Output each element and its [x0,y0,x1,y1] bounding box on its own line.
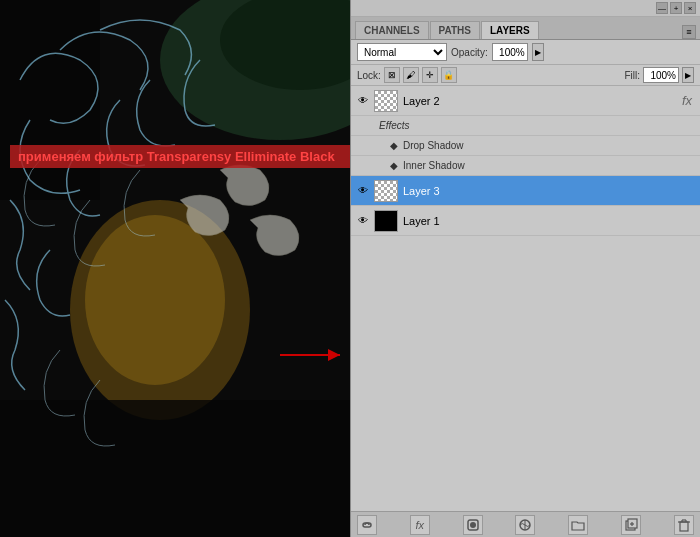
tab-channels[interactable]: CHANNELS [355,21,429,39]
add-mask-btn[interactable] [463,515,483,535]
svg-rect-6 [0,400,350,537]
canvas-decorations [0,0,350,537]
svg-rect-15 [680,522,688,531]
effects-group-layer2: Effects ◆ Drop Shadow ◆ Inner Shadow [351,116,700,176]
table-row[interactable]: 👁 Layer 1 [351,206,700,236]
layers-panel: CHANNELS PATHS LAYERS ≡ Normal Multiply … [351,17,700,537]
svg-rect-5 [0,0,100,200]
layer-name-layer1: Layer 1 [403,215,696,227]
lock-label: Lock: [357,70,381,81]
fill-input[interactable] [643,67,679,83]
layer-name-layer3: Layer 3 [403,185,696,197]
opacity-label: Opacity: [451,47,488,58]
trash-icon [677,518,691,532]
panels-area: — + × CHANNELS PATHS LAYERS ≡ Normal Mul… [350,0,700,537]
list-item[interactable]: ◆ Drop Shadow [351,136,700,156]
table-row[interactable]: 👁 Layer 2 fx [351,86,700,116]
opacity-input[interactable] [492,43,528,61]
eye-icon-layer3[interactable]: 👁 [355,183,371,199]
annotation-text: применяем фильтр Transparensy Elliminate… [10,145,350,168]
layer-name-layer2: Layer 2 [403,95,696,107]
collapse-btn[interactable]: — [656,2,668,14]
fill-label: Fill: [624,70,640,81]
lock-paint-btn[interactable]: 🖌 [403,67,419,83]
close-panel-btn[interactable]: × [684,2,696,14]
link-layers-btn[interactable] [357,515,377,535]
effects-header: Effects [351,116,700,136]
blend-row: Normal Multiply Screen Overlay Opacity: … [351,40,700,65]
adjustment-btn[interactable] [515,515,535,535]
effect-icon-inner-shadow: ◆ [389,161,399,171]
fx-btn[interactable]: fx [410,515,430,535]
layer-thumbnail-layer3 [374,180,398,202]
effect-icon-drop-shadow: ◆ [389,141,399,151]
main-container: применяем фильтр Transparensy Elliminate… [0,0,700,537]
lock-row: Lock: ⊠ 🖌 ✛ 🔒 Fill: ▶ [351,65,700,86]
eye-icon-layer2[interactable]: 👁 [355,93,371,109]
svg-point-9 [470,522,476,528]
delete-layer-btn[interactable] [674,515,694,535]
blend-mode-select[interactable]: Normal Multiply Screen Overlay [357,43,447,61]
lock-all-btn[interactable]: 🔒 [441,67,457,83]
table-row[interactable]: 👁 Layer 3 [351,176,700,206]
eye-icon-layer1[interactable]: 👁 [355,213,371,229]
panel-menu-btn[interactable]: ≡ [682,25,696,39]
link-icon [360,518,374,532]
lock-position-btn[interactable]: ✛ [422,67,438,83]
effect-name-inner-shadow: Inner Shadow [403,160,465,171]
opacity-arrow-btn[interactable]: ▶ [532,43,544,61]
new-layer-icon [624,518,638,532]
mask-icon [466,518,480,532]
canvas-area: применяем фильтр Transparensy Elliminate… [0,0,350,537]
effect-name-drop-shadow: Drop Shadow [403,140,464,151]
lock-transparent-btn[interactable]: ⊠ [384,67,400,83]
tab-paths[interactable]: PATHS [430,21,480,39]
svg-point-4 [85,215,225,385]
effects-label: Effects [379,120,410,131]
layers-toolbar: fx [351,511,700,537]
tab-layers[interactable]: LAYERS [481,21,539,39]
layer-thumbnail-layer2 [374,90,398,112]
expand-btn[interactable]: + [670,2,682,14]
list-item[interactable]: ◆ Inner Shadow [351,156,700,176]
layer-thumbnail-layer1 [374,210,398,232]
fill-arrow-btn[interactable]: ▶ [682,67,694,83]
adjustment-icon [518,518,532,532]
new-layer-btn[interactable] [621,515,641,535]
layers-list[interactable]: 👁 Layer 2 fx Effects ◆ Drop Shadow ◆ [351,86,700,511]
tabs-row: CHANNELS PATHS LAYERS ≡ [351,17,700,40]
panel-header: — + × [351,0,700,17]
fx-badge-layer2: fx [682,93,692,108]
canvas-image: применяем фильтр Transparensy Elliminate… [0,0,350,537]
folder-icon [571,518,585,532]
new-group-btn[interactable] [568,515,588,535]
